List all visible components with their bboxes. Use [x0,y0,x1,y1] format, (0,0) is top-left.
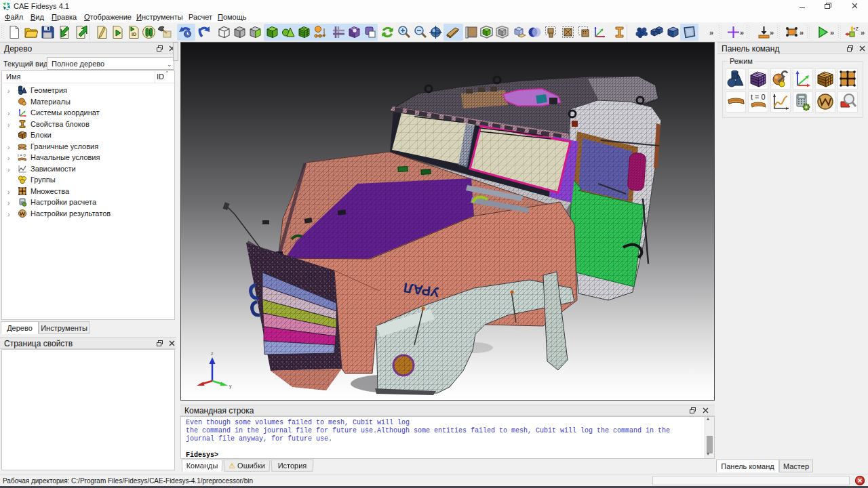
svg-text:ID: ID [132,32,136,37]
svg-text:z: z [211,351,214,356]
svg-text:t = 0: t = 0 [751,93,766,101]
svg-text:+Z: +Z [853,26,859,31]
svg-text:t = 0: t = 0 [18,153,26,157]
svg-text:y: y [229,384,232,389]
